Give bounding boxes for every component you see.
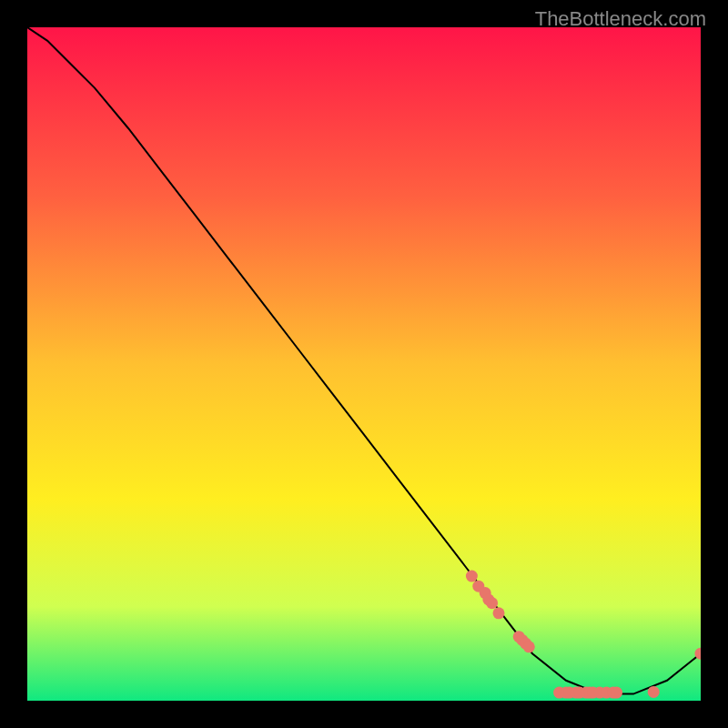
data-marker — [611, 687, 622, 699]
data-marker — [523, 641, 535, 652]
data-marker — [486, 597, 498, 609]
chart-area — [27, 27, 701, 701]
chart-svg — [27, 27, 701, 701]
watermark-text: TheBottleneck.com — [535, 7, 706, 31]
data-marker — [648, 686, 660, 698]
data-marker — [493, 607, 505, 619]
data-marker — [466, 571, 478, 582]
